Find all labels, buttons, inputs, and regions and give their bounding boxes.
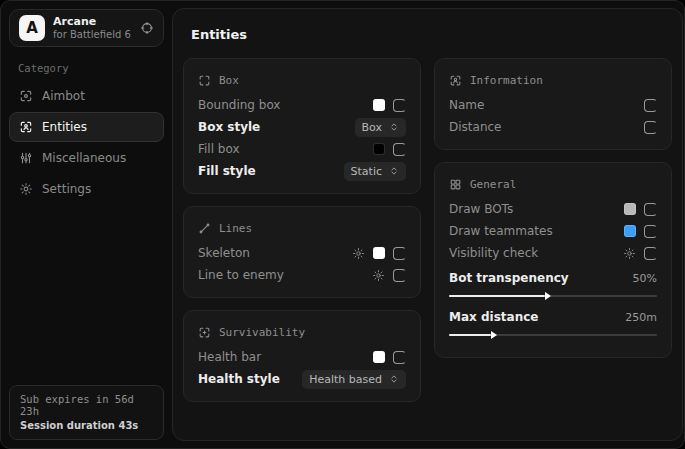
sidebar-nav: Aimbot Entities Miscellaneous Settings xyxy=(9,81,164,204)
color-swatch[interactable] xyxy=(624,203,636,215)
survivability-card: Survivability Health bar Health style xyxy=(183,310,421,402)
slider-fill xyxy=(449,334,491,336)
setting-row-distance: Distance xyxy=(449,116,657,138)
setting-label: Health bar xyxy=(198,350,261,364)
setting-row-health-bar: Health bar xyxy=(198,346,406,368)
box-card: Box Bounding box Box style Box xyxy=(183,58,421,194)
color-swatch[interactable] xyxy=(624,225,636,237)
general-card-title: General xyxy=(470,178,516,191)
name-checkbox[interactable] xyxy=(644,99,657,112)
line-icon xyxy=(198,222,211,235)
setting-label: Fill style xyxy=(198,164,256,178)
slider-fill xyxy=(449,295,545,297)
slider-label: Bot transpenency xyxy=(449,271,569,285)
box-card-header: Box xyxy=(198,68,406,92)
box-card-title: Box xyxy=(219,74,239,87)
chevrons-up-down-icon xyxy=(389,122,399,132)
fill-box-checkbox[interactable] xyxy=(393,143,406,156)
category-label: Category xyxy=(18,62,164,74)
sidebar-item-label: Settings xyxy=(42,182,91,196)
main-panel: Entities Box Bounding box xyxy=(172,8,683,441)
setting-row-skeleton: Skeleton xyxy=(198,242,406,264)
grid-icon xyxy=(449,178,462,191)
left-column: Box Bounding box Box style Box xyxy=(183,58,421,402)
visibility-check-checkbox[interactable] xyxy=(644,247,657,260)
setting-row-draw-teammates: Draw teammates xyxy=(449,220,657,242)
draw-bots-checkbox[interactable] xyxy=(644,203,657,216)
page-title: Entities xyxy=(191,27,672,42)
app-title-block: Arcane for Battlefield 6 xyxy=(53,15,131,41)
entities-scan-icon xyxy=(19,120,33,134)
setting-row-name: Name xyxy=(449,94,657,116)
gear-icon[interactable] xyxy=(623,247,636,260)
skeleton-checkbox[interactable] xyxy=(393,247,406,260)
health-bar-checkbox[interactable] xyxy=(393,351,406,364)
setting-row-fill-style: Fill style Static xyxy=(198,160,406,182)
color-swatch[interactable] xyxy=(373,351,385,363)
sidebar-item-label: Entities xyxy=(42,120,87,134)
setting-row-box-style: Box style Box xyxy=(198,116,406,138)
box-icon xyxy=(198,74,211,87)
color-swatch[interactable] xyxy=(373,99,385,111)
slider-label: Max distance xyxy=(449,310,538,324)
distance-checkbox[interactable] xyxy=(644,121,657,134)
sub-expiry-text: Sub expires in 56d 23h xyxy=(20,393,153,417)
health-style-dropdown[interactable]: Health based xyxy=(302,370,406,389)
color-swatch[interactable] xyxy=(373,247,385,259)
gear-icon[interactable] xyxy=(372,269,385,282)
chevrons-up-down-icon xyxy=(389,166,399,176)
setting-row-draw-bots: Draw BOTs xyxy=(449,198,657,220)
setting-label: Bounding box xyxy=(198,98,280,112)
sidebar-item-label: Miscellaneous xyxy=(42,151,126,165)
fill-style-dropdown[interactable]: Static xyxy=(344,162,406,181)
setting-label: Health style xyxy=(198,372,280,386)
setting-row-line-to-enemy: Line to enemy xyxy=(198,264,406,286)
bot-transparency-group: Bot transpenency 50% xyxy=(449,268,657,297)
max-distance-slider[interactable] xyxy=(449,334,657,336)
sidebar-item-label: Aimbot xyxy=(42,89,85,103)
bot-transparency-slider[interactable] xyxy=(449,295,657,297)
app-subtitle: for Battlefield 6 xyxy=(53,29,131,42)
settings-columns: Box Bounding box Box style Box xyxy=(183,58,672,402)
target-icon[interactable] xyxy=(140,21,154,35)
setting-label: Fill box xyxy=(198,142,240,156)
sidebar-item-settings[interactable]: Settings xyxy=(9,174,164,204)
sliders-icon xyxy=(19,151,33,165)
information-card-title: Information xyxy=(470,74,543,87)
dropdown-value: Static xyxy=(351,165,382,178)
setting-label: Distance xyxy=(449,120,501,134)
box-style-dropdown[interactable]: Box xyxy=(355,118,406,137)
slider-value: 50% xyxy=(633,272,657,285)
dropdown-value: Box xyxy=(362,121,382,134)
gear-icon[interactable] xyxy=(352,247,365,260)
info-scan-icon xyxy=(449,74,462,87)
line-to-enemy-checkbox[interactable] xyxy=(393,269,406,282)
setting-row-fill-box: Fill box xyxy=(198,138,406,160)
right-column: Information Name Distance xyxy=(434,58,672,402)
sidebar-item-aimbot[interactable]: Aimbot xyxy=(9,81,164,111)
setting-label: Draw teammates xyxy=(449,224,553,238)
color-swatch[interactable] xyxy=(373,143,385,155)
information-card: Information Name Distance xyxy=(434,58,672,150)
max-distance-group: Max distance 250m xyxy=(449,307,657,336)
general-card: General Draw BOTs Draw teammates xyxy=(434,162,672,358)
sidebar-item-entities[interactable]: Entities xyxy=(9,112,164,142)
sidebar: A Arcane for Battlefield 6 Category Aimb… xyxy=(1,1,172,448)
survivability-card-title: Survivability xyxy=(219,326,305,339)
bounding-box-checkbox[interactable] xyxy=(393,99,406,112)
setting-label: Box style xyxy=(198,120,260,134)
sidebar-item-miscellaneous[interactable]: Miscellaneous xyxy=(9,143,164,173)
lines-card: Lines Skeleton Line to enemy xyxy=(183,206,421,298)
dropdown-value: Health based xyxy=(309,373,382,386)
setting-label: Name xyxy=(449,98,484,112)
information-card-header: Information xyxy=(449,68,657,92)
subscription-info-card: Sub expires in 56d 23h Session duration … xyxy=(9,385,164,440)
slider-value: 250m xyxy=(625,311,657,324)
chevrons-up-down-icon xyxy=(389,374,399,384)
setting-label: Line to enemy xyxy=(198,268,284,282)
session-duration-text: Session duration 43s xyxy=(20,420,153,431)
lines-card-title: Lines xyxy=(219,222,252,235)
draw-teammates-checkbox[interactable] xyxy=(644,225,657,238)
setting-row-visibility-check: Visibility check xyxy=(449,242,657,264)
app-window: A Arcane for Battlefield 6 Category Aimb… xyxy=(0,0,685,449)
